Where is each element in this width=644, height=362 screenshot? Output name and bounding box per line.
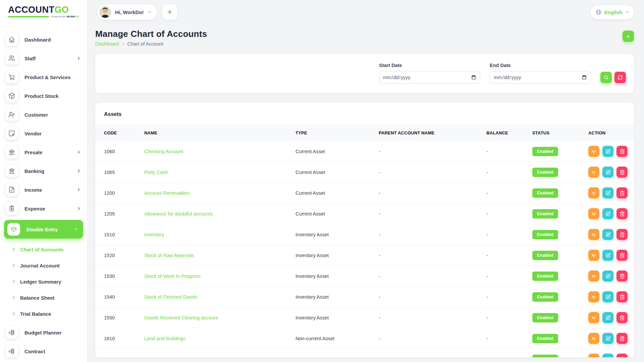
account-name-link[interactable]: Allowance for doubtful accounts bbox=[144, 211, 213, 217]
delete-account-button[interactable] bbox=[616, 291, 628, 302]
row-actions bbox=[588, 333, 630, 344]
account-name-link[interactable]: Office Furniture and Equipement bbox=[144, 357, 214, 358]
sidebar-subitem-balance-sheet[interactable]: Balance Sheet bbox=[0, 290, 87, 306]
brand-logo[interactable]: ACCOUNTGO Powered By WORKDO bbox=[0, 0, 87, 24]
account-name-link[interactable]: Inventory bbox=[144, 232, 164, 237]
edit-account-button[interactable] bbox=[602, 333, 613, 344]
delete-account-button[interactable] bbox=[616, 229, 628, 240]
account-type: Inventory Asset bbox=[296, 274, 329, 279]
sidebar-subitem-trial-balance[interactable]: Trial Balance bbox=[0, 306, 87, 322]
language-selector[interactable]: English bbox=[591, 5, 634, 19]
bullet-icon bbox=[11, 263, 16, 268]
user-menu[interactable]: Hi, WorkDo! bbox=[97, 4, 157, 20]
sidebar-item-staff[interactable]: Staff bbox=[0, 49, 87, 68]
account-name-link[interactable]: Stock of Raw Materials bbox=[144, 253, 194, 258]
sidebar-item-dashboard[interactable]: Dashboard bbox=[0, 30, 87, 49]
end-date-input[interactable] bbox=[490, 71, 591, 84]
sidebar-item-product-services[interactable]: Product & Services bbox=[0, 68, 87, 86]
users-icon bbox=[5, 52, 18, 65]
delete-account-button[interactable] bbox=[616, 187, 628, 198]
table-row: 1540Stock of Finished GoodsInventory Ass… bbox=[95, 287, 634, 307]
edit-account-button[interactable] bbox=[602, 208, 613, 219]
sidebar-item-contract[interactable]: $Contract bbox=[0, 342, 87, 361]
search-button[interactable] bbox=[600, 72, 612, 83]
account-activity-button[interactable] bbox=[588, 333, 599, 344]
sidebar-nav: DashboardStaffProduct & ServicesProduct … bbox=[0, 24, 87, 362]
status-badge: Enabled bbox=[532, 272, 558, 281]
sidebar-item-banking[interactable]: Banking bbox=[0, 162, 87, 180]
table-row: 1810Land and BuildingsNon-current Asset-… bbox=[95, 328, 634, 349]
activity-icon bbox=[591, 232, 597, 237]
edit-account-button[interactable] bbox=[602, 229, 613, 240]
account-code: 1810 bbox=[104, 336, 115, 341]
delete-account-button[interactable] bbox=[616, 250, 628, 261]
chevron-right-icon bbox=[76, 206, 81, 211]
account-activity-button[interactable] bbox=[588, 312, 599, 323]
delete-account-button[interactable] bbox=[616, 270, 628, 282]
account-code: 1060 bbox=[104, 149, 115, 154]
account-type: Inventory Asset bbox=[296, 315, 329, 320]
account-activity-button[interactable] bbox=[588, 291, 599, 302]
account-type: Current Asset bbox=[296, 190, 325, 196]
sidebar: ACCOUNTGO Powered By WORKDO DashboardSta… bbox=[0, 0, 87, 362]
edit-account-button[interactable] bbox=[602, 146, 613, 157]
sidebar-subitem-ledger-summary[interactable]: Ledger Summary bbox=[0, 274, 87, 290]
row-actions bbox=[588, 354, 630, 357]
account-name-link[interactable]: Checking Account bbox=[144, 149, 183, 154]
account-balance: - bbox=[486, 294, 488, 300]
account-type: Current Asset bbox=[296, 149, 325, 154]
sidebar-item-label: Contract bbox=[24, 349, 81, 354]
delete-account-button[interactable] bbox=[616, 167, 628, 178]
account-activity-button[interactable] bbox=[588, 146, 599, 157]
edit-account-button[interactable] bbox=[602, 291, 613, 302]
reset-button[interactable] bbox=[614, 72, 626, 83]
sidebar-item-presale[interactable]: Presale bbox=[0, 143, 87, 162]
account-activity-button[interactable] bbox=[588, 354, 599, 357]
edit-account-button[interactable] bbox=[602, 270, 613, 282]
account-activity-button[interactable] bbox=[588, 229, 599, 240]
delete-account-button[interactable] bbox=[616, 354, 628, 357]
delete-account-button[interactable] bbox=[616, 146, 628, 157]
quick-add-button[interactable]: + bbox=[162, 5, 177, 20]
account-activity-button[interactable] bbox=[588, 187, 599, 198]
edit-account-button[interactable] bbox=[602, 167, 613, 178]
account-name-link[interactable]: Stock of Work In Progress bbox=[144, 274, 201, 279]
sidebar-item-product-stock[interactable]: Product Stock bbox=[0, 86, 87, 105]
activity-icon bbox=[591, 315, 597, 320]
sidebar-item-customer[interactable]: Customer bbox=[0, 105, 87, 124]
account-name-link[interactable]: Goods Received Clearing account bbox=[144, 315, 218, 320]
sidebar-item-vendor[interactable]: Vendor bbox=[0, 124, 87, 143]
account-name-link[interactable]: Stock of Finished Goods bbox=[144, 294, 197, 300]
delete-account-button[interactable] bbox=[616, 312, 628, 323]
account-activity-button[interactable] bbox=[588, 208, 599, 219]
start-date-input[interactable] bbox=[379, 71, 480, 84]
sidebar-item-budget-planner[interactable]: $Budget Planner bbox=[0, 323, 87, 342]
account-code: 1520 bbox=[104, 253, 115, 258]
account-activity-button[interactable] bbox=[588, 250, 599, 261]
account-activity-button[interactable] bbox=[588, 167, 599, 178]
account-code: 1205 bbox=[104, 211, 115, 217]
coins-icon: $ bbox=[5, 326, 18, 339]
add-account-button[interactable]: + bbox=[623, 31, 634, 42]
edit-account-button[interactable] bbox=[602, 312, 613, 323]
delete-account-button[interactable] bbox=[616, 333, 628, 344]
sidebar-item-expense[interactable]: Expense bbox=[0, 199, 87, 218]
account-activity-button[interactable] bbox=[588, 270, 599, 282]
edit-account-button[interactable] bbox=[602, 354, 613, 357]
account-name-link[interactable]: Account Receivables bbox=[144, 190, 190, 196]
edit-account-button[interactable] bbox=[602, 250, 613, 261]
account-name-link[interactable]: Petty Cash bbox=[144, 170, 168, 175]
sidebar-item-double-entry[interactable]: Double Entry bbox=[4, 220, 83, 239]
file-icon bbox=[5, 183, 18, 196]
table-row: 1205Allowance for doubtful accountsCurre… bbox=[95, 203, 634, 224]
sidebar-subitem-journal-account[interactable]: Journal Account bbox=[0, 257, 87, 274]
sidebar-subitem-chart-of-accounts[interactable]: Chart of Accounts bbox=[0, 241, 87, 257]
activity-icon bbox=[591, 149, 597, 154]
edit-account-button[interactable] bbox=[602, 187, 613, 198]
sidebar-item-income[interactable]: Income bbox=[0, 180, 87, 199]
delete-account-button[interactable] bbox=[616, 208, 628, 219]
edit-icon bbox=[605, 211, 611, 217]
account-name-link[interactable]: Land and Buildings bbox=[144, 336, 185, 341]
breadcrumb-dashboard-link[interactable]: Dashboard bbox=[95, 41, 119, 47]
account-type: Current Asset bbox=[296, 170, 325, 175]
